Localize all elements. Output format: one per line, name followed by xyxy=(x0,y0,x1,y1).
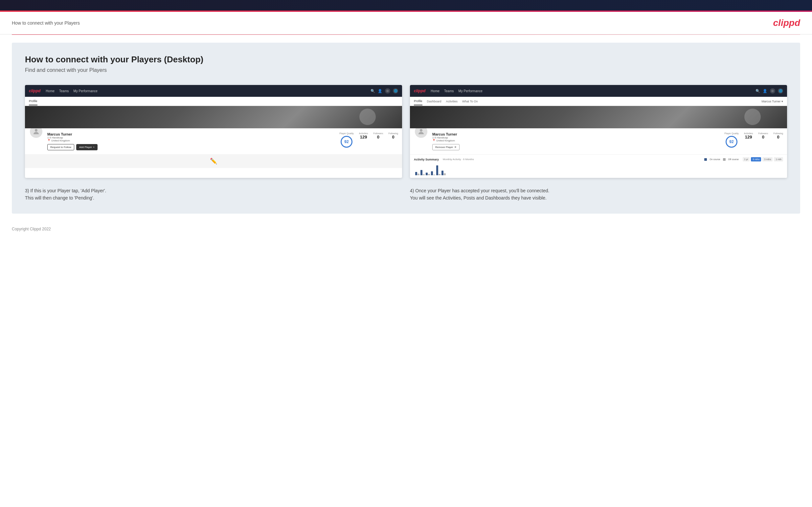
description-step3: 3) If this is your Player tap, 'Add Play… xyxy=(25,187,402,202)
bar-group-3 xyxy=(426,173,430,175)
screenshot2-player-name: Marcus Turner ▾ xyxy=(761,100,783,103)
filter-1mth[interactable]: 1 mth xyxy=(774,157,783,161)
filter-6mths[interactable]: 6 mths xyxy=(751,157,761,161)
activity-filters: On course Off course 1 yr 6 mths 3 mths … xyxy=(704,157,783,161)
top-bar xyxy=(0,0,812,10)
bar-oncourse-2 xyxy=(420,170,422,175)
screenshot2-stat-followers: Followers 0 xyxy=(758,132,768,148)
request-follow-button[interactable]: Request to Follow xyxy=(47,144,74,150)
screenshot2-player-name: Marcus Turner xyxy=(432,132,720,136)
screenshot2-nav: clippd Home Teams My Performance 🔍 👤 ⊙ 🌐 xyxy=(410,85,787,97)
tab-dashboard[interactable]: Dashboard xyxy=(427,98,442,105)
description-step4: 4) Once your Player has accepted your re… xyxy=(410,187,787,202)
logo: clippd xyxy=(773,18,800,28)
edit-icon: ✏️ xyxy=(210,158,217,165)
search-icon-2[interactable]: 🔍 xyxy=(756,89,760,93)
bar-oncourse-3 xyxy=(426,173,428,175)
svg-point-1 xyxy=(420,129,422,131)
screenshot2-nav-myperformance[interactable]: My Performance xyxy=(458,89,482,93)
search-icon[interactable]: 🔍 xyxy=(370,89,375,93)
quality-circle-1: 92 xyxy=(341,136,352,148)
add-player-button[interactable]: Add Player + xyxy=(76,144,98,150)
offcourse-legend xyxy=(723,158,726,161)
nav-circle-4[interactable]: 🌐 xyxy=(778,88,783,94)
screenshot1-stat-following: Following 0 xyxy=(388,132,398,148)
nav-circle-3[interactable]: ⊙ xyxy=(770,88,775,94)
footer: Copyright Clippd 2022 xyxy=(0,222,812,237)
main-content: How to connect with your Players (Deskto… xyxy=(12,43,800,214)
screenshot1-buttons: Request to Follow Add Player + xyxy=(47,144,336,150)
filter-1yr[interactable]: 1 yr xyxy=(743,157,750,161)
tab-activities[interactable]: Activities xyxy=(446,98,458,105)
screenshot1-stat-quality: Player Quality 92 xyxy=(339,132,354,148)
bar-group-1 xyxy=(415,172,419,175)
bar-group-5 xyxy=(436,165,441,175)
screenshot2-banner xyxy=(410,106,787,128)
screenshot-1: clippd Home Teams My Performance 🔍 👤 ⊙ 🌐… xyxy=(25,85,402,178)
activity-summary: Activity Summary Monthly Activity · 6 Mo… xyxy=(410,154,787,178)
filter-3mths[interactable]: 3 mths xyxy=(762,157,773,161)
screenshot2-handicap: 1-5 Handicap xyxy=(432,136,720,139)
tab-profile-2[interactable]: Profile xyxy=(414,98,422,105)
activity-title: Activity Summary xyxy=(414,158,439,161)
screenshot2-nav-teams[interactable]: Teams xyxy=(444,89,454,93)
screenshot1-profile: Marcus Turner 1-5 Handicap 📍 United King… xyxy=(25,128,402,154)
bar-offcourse-2 xyxy=(423,174,425,175)
screenshot1-stat-activities: Activities 129 xyxy=(359,132,368,148)
breadcrumb: How to connect with your Players xyxy=(12,20,80,25)
screenshot1-player-name: Marcus Turner xyxy=(47,132,336,136)
screenshot2-profile: Marcus Turner 1-5 Handicap 📍 United King… xyxy=(410,128,787,154)
bar-group-6 xyxy=(442,171,446,175)
page-subtitle: Find and connect with your Players xyxy=(25,67,787,73)
nav-circle-1[interactable]: ⊙ xyxy=(385,88,390,94)
bar-oncourse-1 xyxy=(415,172,417,175)
location-pin-icon: 📍 xyxy=(47,139,51,142)
screenshot1-nav-home[interactable]: Home xyxy=(46,89,55,93)
screenshot2-location: 📍 United Kingdom xyxy=(432,139,720,142)
screenshot1-tabs: Profile xyxy=(25,97,402,106)
bar-oncourse-4 xyxy=(431,171,433,175)
quality-circle-2: 92 xyxy=(726,136,738,148)
screenshot1-nav-teams[interactable]: Teams xyxy=(59,89,69,93)
step4-text: 4) Once your Player has accepted your re… xyxy=(410,187,787,202)
header-divider xyxy=(12,35,800,35)
description-section: 3) If this is your Player tap, 'Add Play… xyxy=(25,187,787,202)
bar-group-4 xyxy=(431,171,435,175)
tab-what-to-on[interactable]: What To On xyxy=(462,98,477,105)
screenshot1-nav-myperformance[interactable]: My Performance xyxy=(73,89,97,93)
remove-player-button[interactable]: Remove Player ✕ xyxy=(432,144,460,150)
copyright: Copyright Clippd 2022 xyxy=(12,227,51,231)
screenshot2-stats: Player Quality 92 Activities 129 Followe… xyxy=(724,131,783,148)
activity-subtitle: Monthly Activity · 6 Months xyxy=(443,158,474,161)
profile-icon-2[interactable]: 👤 xyxy=(763,89,767,93)
screenshot1-profile-info: Marcus Turner 1-5 Handicap 📍 United King… xyxy=(47,131,336,150)
screenshot1-nav-icons: 🔍 👤 ⊙ 🌐 xyxy=(370,88,398,94)
close-icon: ✕ xyxy=(454,146,457,149)
screenshot2-stat-quality: Player Quality 92 xyxy=(724,132,739,148)
screenshot1-location: 📍 United Kingdom xyxy=(47,139,336,142)
screenshot2-logo: clippd xyxy=(414,89,425,93)
screenshot2-nav-home[interactable]: Home xyxy=(430,89,440,93)
screenshot1-stats: Player Quality 92 Activities 129 Followe… xyxy=(339,131,398,148)
bar-oncourse-5 xyxy=(436,165,438,175)
screenshot2-stat-activities: Activities 129 xyxy=(744,132,753,148)
screenshot2-tabs: Profile Dashboard Activities What To On … xyxy=(410,97,787,106)
screenshot1-stat-followers: Followers 0 xyxy=(373,132,383,148)
bar-oncourse-6 xyxy=(442,171,444,175)
screenshot2-nav-icons: 🔍 👤 ⊙ 🌐 xyxy=(756,88,783,94)
tab-profile-1[interactable]: Profile xyxy=(29,98,38,105)
screenshots-row: clippd Home Teams My Performance 🔍 👤 ⊙ 🌐… xyxy=(25,85,787,178)
legend: On course Off course xyxy=(704,158,739,161)
svg-point-0 xyxy=(35,129,38,131)
oncourse-legend xyxy=(704,158,707,161)
bar-offcourse-5 xyxy=(439,174,441,175)
bar-group-2 xyxy=(420,170,425,175)
header: How to connect with your Players clippd xyxy=(0,12,812,35)
profile-icon[interactable]: 👤 xyxy=(378,89,383,93)
screenshot1-nav: clippd Home Teams My Performance 🔍 👤 ⊙ 🌐 xyxy=(25,85,402,97)
nav-circle-2[interactable]: 🌐 xyxy=(393,88,398,94)
bar-offcourse-4 xyxy=(433,175,435,175)
page-title: How to connect with your Players (Deskto… xyxy=(25,54,787,65)
bar-offcourse-3 xyxy=(428,174,430,175)
activity-header: Activity Summary Monthly Activity · 6 Mo… xyxy=(414,157,783,161)
